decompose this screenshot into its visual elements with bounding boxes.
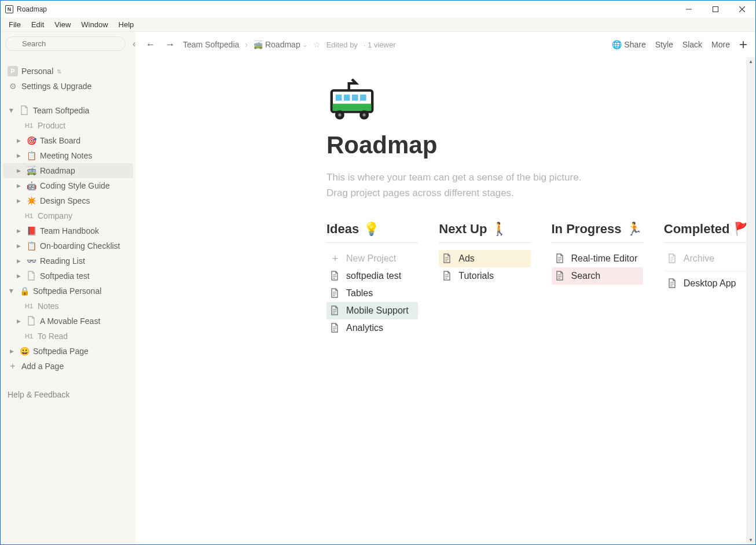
page-icon <box>442 253 453 264</box>
sidebar-item-label: Softpedia test <box>40 271 90 281</box>
card-label: Search <box>571 271 601 281</box>
add-page[interactable]: + Add a Page <box>3 359 133 374</box>
sidebar-item-softpedia-test[interactable]: ▶ Softpedia test <box>3 268 133 283</box>
sidebar-item-softpedia-page[interactable]: ▶ 😀 Softpedia Page <box>3 344 133 359</box>
column-header-inprogress[interactable]: In Progress 🏃 <box>552 222 643 243</box>
sidebar-item-softpedia-personal[interactable]: ▶ 🔒 Softpedia Personal <box>3 283 133 299</box>
page-title[interactable]: Roadmap <box>326 131 755 159</box>
nav-back-icon[interactable]: ← <box>144 38 157 51</box>
sidebar-item-team-softpedia[interactable]: ▶ Team Softpedia <box>3 103 133 118</box>
card-label: softpedia test <box>346 271 401 281</box>
svg-rect-7 <box>333 104 372 111</box>
page-description[interactable]: This is where your team can get a sense … <box>326 170 755 201</box>
menu-bar: File Edit View Window Help <box>1 18 755 32</box>
sidebar-item-label: Company <box>38 211 72 220</box>
h1-icon: H1 <box>24 212 34 219</box>
search-input[interactable] <box>5 36 126 51</box>
sidebar-item-label: Coding Style Guide <box>40 181 110 190</box>
sidebar-item-label: On-boarding Checklist <box>40 241 120 251</box>
card-ads[interactable]: Ads <box>439 250 530 267</box>
more-button[interactable]: More <box>711 40 730 49</box>
help-feedback[interactable]: Help & Feedback <box>3 390 133 399</box>
new-page-button[interactable]: + <box>739 36 747 53</box>
chevron-right-icon[interactable]: ▶ <box>14 168 23 174</box>
card-tables[interactable]: Tables <box>326 285 418 302</box>
h1-icon: H1 <box>24 122 34 129</box>
chevron-right-icon[interactable]: ▶ <box>14 153 23 159</box>
settings-upgrade[interactable]: ⚙ Settings & Upgrade <box>3 79 133 94</box>
page-icon <box>555 271 566 281</box>
column-header-ideas[interactable]: Ideas 💡 <box>326 222 418 243</box>
card-mobile-support[interactable]: Mobile Support <box>326 302 418 319</box>
nav-forward-icon[interactable]: → <box>163 38 177 51</box>
sidebar-item-onboarding[interactable]: ▶ 📋 On-boarding Checklist <box>3 238 133 253</box>
sidebar-item-reading-list[interactable]: ▶ 👓 Reading List <box>3 253 133 268</box>
chevron-right-icon[interactable]: ▶ <box>14 198 23 204</box>
chevron-down-icon[interactable]: ▶ <box>9 106 14 115</box>
svg-rect-10 <box>352 94 358 101</box>
scroll-up-icon[interactable]: ▲ <box>747 57 755 65</box>
star-icon[interactable]: ☆ <box>313 40 321 49</box>
scrollbar-track[interactable] <box>746 57 755 544</box>
bus-icon: 🚎 <box>26 165 36 176</box>
sidebar-item-task-board[interactable]: ▶ 🎯 Task Board <box>3 133 133 148</box>
scroll-down-icon[interactable]: ▼ <box>747 536 755 544</box>
card-tutorials[interactable]: Tutorials <box>439 267 530 285</box>
card-label: Tables <box>346 288 373 299</box>
chevron-right-icon[interactable]: ▶ <box>14 258 23 264</box>
sidebar-item-to-read[interactable]: H1 To Read <box>3 329 133 344</box>
style-button[interactable]: Style <box>655 40 673 49</box>
close-button[interactable] <box>729 1 755 18</box>
sidebar-item-design-specs[interactable]: ▶ ✴️ Design Specs <box>3 193 133 208</box>
sidebar-item-coding-style[interactable]: ▶ 🤖 Coding Style Guide <box>3 178 133 193</box>
card-realtime-editor[interactable]: Real-time Editor <box>552 250 643 267</box>
chevron-right-icon[interactable]: ▶ <box>14 243 23 249</box>
minimize-button[interactable] <box>676 1 702 18</box>
card-label: Desktop App <box>684 278 736 289</box>
menu-edit[interactable]: Edit <box>27 19 49 30</box>
chevron-right-icon[interactable]: ▶ <box>14 273 23 279</box>
chevron-right-icon[interactable]: ▶ <box>14 228 23 234</box>
sidebar-item-notes[interactable]: H1 Notes <box>3 299 133 314</box>
column-title: Ideas <box>326 222 359 237</box>
column-header-nextup[interactable]: Next Up 🚶 <box>439 222 530 243</box>
card-search[interactable]: Search <box>552 267 643 285</box>
page-desc-line: This is where your team can get a sense … <box>326 170 755 185</box>
chevron-right-icon[interactable]: ▶ <box>14 318 23 324</box>
sidebar-item-roadmap[interactable]: ▶ 🚎 Roadmap <box>3 163 133 178</box>
card-analytics[interactable]: Analytics <box>326 319 418 337</box>
robot-icon: 🤖 <box>26 181 36 191</box>
page-icon <box>330 323 340 333</box>
breadcrumb-team[interactable]: Team Softpedia <box>183 40 239 49</box>
sidebar-item-team-handbook[interactable]: ▶ 📕 Team Handbook <box>3 223 133 238</box>
menu-view[interactable]: View <box>50 19 75 30</box>
card-label: Analytics <box>346 323 383 333</box>
new-project-button[interactable]: + New Project <box>326 250 418 267</box>
column-header-completed[interactable]: Completed 🚩 <box>664 222 755 243</box>
sidebar-item-company[interactable]: H1 Company <box>3 208 133 223</box>
sidebar-item-meeting-notes[interactable]: ▶ 📋 Meeting Notes <box>3 148 133 163</box>
page-cover-icon[interactable] <box>326 78 377 123</box>
chevron-right-icon[interactable]: ▶ <box>8 348 16 354</box>
sidebar-item-movable-feast[interactable]: ▶ A Movable Feast <box>3 314 133 329</box>
lightbulb-icon: 💡 <box>364 223 379 235</box>
page-icon <box>330 305 340 316</box>
workspace-switcher[interactable]: P Personal ⇅ <box>3 64 133 79</box>
chevron-right-icon[interactable]: ▶ <box>14 183 23 189</box>
chevron-down-icon[interactable]: ▶ <box>9 287 14 295</box>
chevron-right-icon[interactable]: ▶ <box>14 138 23 143</box>
svg-rect-1 <box>713 7 718 12</box>
menu-window[interactable]: Window <box>76 19 112 30</box>
sidebar-item-product[interactable]: H1 Product <box>3 118 133 133</box>
share-button[interactable]: 🌐 Share <box>612 40 645 49</box>
column-in-progress: In Progress 🏃 Real-time Editor Search <box>552 222 643 337</box>
menu-file[interactable]: File <box>4 19 25 30</box>
slack-button[interactable]: Slack <box>682 40 702 49</box>
maximize-button[interactable] <box>702 1 729 18</box>
card-softpedia-test[interactable]: softpedia test <box>326 267 418 285</box>
breadcrumb-roadmap[interactable]: 🚎 Roadmap ⌄ <box>254 40 307 49</box>
sidebar-item-label: Design Specs <box>40 196 90 205</box>
card-archive[interactable]: Archive <box>664 250 755 267</box>
menu-help[interactable]: Help <box>114 19 139 30</box>
card-desktop-app[interactable]: Desktop App <box>664 275 755 292</box>
